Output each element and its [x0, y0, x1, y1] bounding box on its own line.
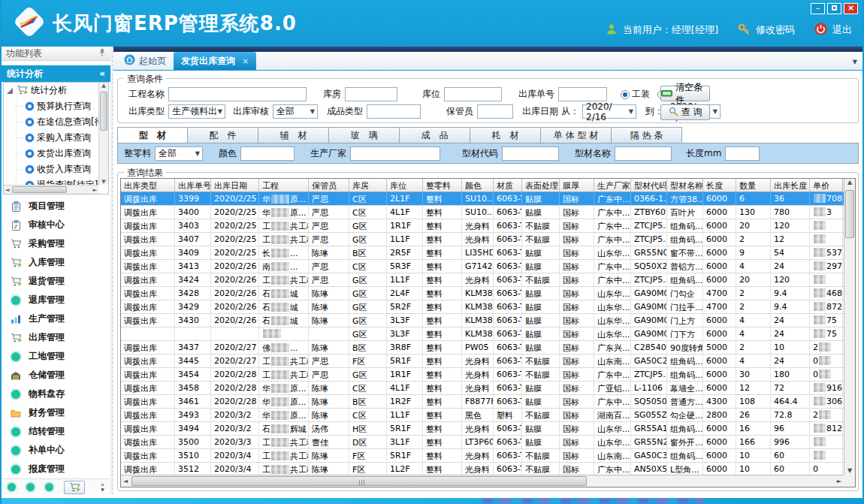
grid-column-header[interactable]: 数量: [736, 179, 771, 192]
module-item[interactable]: 项目管理: [2, 197, 110, 216]
table-row[interactable]: 调拨出库33992020/2/25华原...严思C区2L1F整料SU10...6…: [121, 192, 855, 206]
close-button[interactable]: ×: [844, 3, 858, 14]
profile-code-input[interactable]: [502, 146, 559, 161]
keeper-input[interactable]: [477, 104, 513, 119]
module-item[interactable]: 仓储管理: [2, 366, 110, 385]
out-type-select[interactable]: 生产领料出库 ▼: [168, 104, 225, 119]
module-item[interactable]: 生产管理: [2, 309, 110, 328]
change-password-button[interactable]: 修改密码: [756, 23, 795, 37]
logout-button[interactable]: 退出: [832, 23, 852, 37]
out-audit-select[interactable]: 全部 ▼: [273, 104, 318, 119]
material-tab[interactable]: 单 体 型 材: [541, 127, 612, 143]
module-item[interactable]: 补单中心: [2, 441, 110, 460]
table-row[interactable]: 调拨出库34242020/2/26工共工程严思G区1L1F整料光身料6063-T…: [121, 273, 855, 287]
material-tab[interactable]: 玻 璃: [329, 127, 400, 143]
horizontal-scrollbar[interactable]: ◄ ►: [121, 475, 855, 487]
project-name-input[interactable]: [168, 87, 307, 101]
tree-item[interactable]: 预算执行查询: [4, 98, 108, 114]
table-row[interactable]: 调拨出库34612020/2/28华原...陈琳B区1R2F整料F8877FT6…: [121, 395, 855, 409]
scroll-down-icon[interactable]: ▼: [99, 179, 108, 185]
scroll-down-icon[interactable]: ▼: [844, 467, 855, 474]
location-input[interactable]: [444, 87, 502, 101]
vertical-scrollbar[interactable]: ▲ ▼: [844, 179, 855, 475]
module-item[interactable]: 出库管理: [2, 328, 110, 347]
tree-item[interactable]: 发货出库查询: [4, 146, 108, 161]
module-item[interactable]: 报废管理: [2, 460, 110, 478]
module-shortcut-icon[interactable]: [8, 483, 16, 491]
grid-column-header[interactable]: 库房: [349, 179, 387, 192]
module-item[interactable]: 退货管理: [2, 272, 110, 291]
radio-gongzhuang[interactable]: [621, 90, 630, 99]
maker-input[interactable]: [350, 146, 440, 161]
tree-item[interactable]: 在途信息查询[待: [4, 114, 108, 130]
scroll-right-icon[interactable]: ►: [837, 478, 841, 484]
material-tab[interactable]: 辅 材: [258, 127, 329, 143]
whole-part-select[interactable]: 全部 ▼: [155, 146, 203, 161]
table-row[interactable]: 调拨出库34932020/3/2华原...陈琳C区1L1F整料黑色塑料不贴膜国标…: [121, 409, 855, 422]
tab-overflow-icon[interactable]: ▼: [853, 59, 857, 65]
grid-column-header[interactable]: 保管员: [309, 179, 349, 192]
tab-close-icon[interactable]: ×: [242, 56, 249, 66]
module-item[interactable]: 工地管理: [2, 347, 110, 366]
table-row[interactable]: 调拨出库34302020/2/26石城陈琳G区3L3F整料KLM38176063…: [121, 314, 855, 327]
table-row[interactable]: 调拨出库34282020/2/26石城陈琳G区2L4F整料KLM38176063…: [121, 287, 855, 300]
material-tab[interactable]: 配 件: [188, 127, 258, 143]
grid-column-header[interactable]: 表面处理: [522, 179, 560, 192]
tab-home[interactable]: 起始页: [116, 52, 174, 70]
table-row[interactable]: 调拨出库35122020/3/4工共工程陈琳F区1L2F整料光身料6063-T5…: [121, 463, 855, 475]
out-order-no-input[interactable]: [558, 87, 607, 101]
product-type-input[interactable]: [367, 104, 421, 119]
tree-root-item[interactable]: 统计分析: [4, 83, 108, 98]
grid-column-header[interactable]: 生产厂家: [594, 179, 631, 192]
table-row[interactable]: 调拨出库35102020/3/4工共工程陈琳F区5R1F整料光身料6063-T5…: [121, 449, 855, 463]
grid-column-header[interactable]: 出库类型: [121, 179, 175, 192]
scroll-left-icon[interactable]: ◄: [5, 187, 9, 193]
scroll-thumb[interactable]: [100, 92, 107, 131]
grid-column-header[interactable]: 单价: [810, 179, 843, 192]
scroll-up-icon[interactable]: ▲: [847, 179, 852, 186]
table-row[interactable]: 调拨出库34032020/2/25工共工程严思G区1R1F整料光身料6063-T…: [121, 219, 855, 233]
grid-column-header[interactable]: 出库单号: [175, 179, 211, 192]
grid-column-header[interactable]: 长度: [703, 179, 736, 192]
profile-name-input[interactable]: [615, 146, 672, 161]
material-tab[interactable]: 型 材: [117, 127, 188, 143]
table-row[interactable]: G区3L3F整料KLM38176063-T5贴膜国标山东华...GA90M09.…: [121, 327, 855, 341]
table-row[interactable]: 调拨出库35002020/3/3工共工程曹佳D区3L1F整料LT3P606063…: [121, 436, 855, 449]
scroll-thumb[interactable]: [845, 190, 854, 238]
module-shortcut-icon[interactable]: [26, 483, 35, 491]
module-item[interactable]: 结转管理: [2, 422, 110, 441]
grid-column-header[interactable]: 出库长度: [771, 179, 810, 192]
table-row[interactable]: 调拨出库34452020/2/27工共工程严思F区5R1F整料光身料6063-T…: [121, 355, 855, 368]
warehouse-input[interactable]: [345, 87, 397, 101]
tree-vertical-scrollbar[interactable]: ▲ ▼: [98, 83, 108, 185]
grid-column-header[interactable]: 出库日期: [211, 179, 259, 192]
table-row[interactable]: 调拨出库34092020/2/25长...陈琳B区2R5F整料LI35HD606…: [121, 246, 855, 260]
material-tab[interactable]: 耗 材: [470, 127, 541, 143]
minimize-button[interactable]: –: [811, 3, 825, 14]
cart-shortcut-button[interactable]: [64, 481, 85, 494]
module-item[interactable]: 采购管理: [2, 234, 110, 253]
maximize-button[interactable]: [827, 3, 841, 14]
grid-column-header[interactable]: 材质: [494, 179, 522, 192]
module-item[interactable]: 物料盘存: [2, 385, 110, 403]
table-row[interactable]: 调拨出库34942020/3/2石辉城汤伟H区5R1F整料光身料6063-T5贴…: [121, 422, 855, 436]
expand-icon[interactable]: [7, 88, 13, 94]
collapse-icon[interactable]: «: [99, 68, 105, 79]
material-tab[interactable]: 成 品: [400, 127, 470, 143]
module-item[interactable]: 审核中心: [2, 216, 110, 234]
scroll-right-icon[interactable]: ►: [93, 187, 97, 193]
tree-horizontal-scrollbar[interactable]: ◄ ►: [4, 185, 98, 194]
clear-conditions-button[interactable]: 清空条件: [660, 86, 710, 101]
more-buttons-icon[interactable]: »▼: [101, 483, 104, 492]
material-tab[interactable]: 隔 热 条: [612, 127, 682, 143]
scroll-thumb[interactable]: [131, 476, 587, 486]
table-row[interactable]: 调拨出库34582020/2/28华原...陈琳C区4L1F整料光身料6063-…: [121, 382, 855, 395]
grid-column-header[interactable]: 整零料: [423, 179, 462, 192]
table-row[interactable]: 调拨出库34132020/2/26南...严思C区5R3F整料G71422606…: [121, 260, 855, 273]
module-item[interactable]: 入库管理: [2, 253, 110, 272]
search-button[interactable]: 查 询: [660, 104, 710, 120]
date-from-select[interactable]: 2020/ 2/16 ▼: [582, 104, 636, 119]
table-row[interactable]: 调拨出库34292020/2/26石城陈琳G区5R2F整料KLM38176063…: [121, 300, 855, 314]
grid-column-header[interactable]: 库位: [387, 179, 423, 192]
table-row[interactable]: 调拨出库34072020/2/25工共工程严思G区1L1F整料光身料6063-T…: [121, 233, 855, 246]
